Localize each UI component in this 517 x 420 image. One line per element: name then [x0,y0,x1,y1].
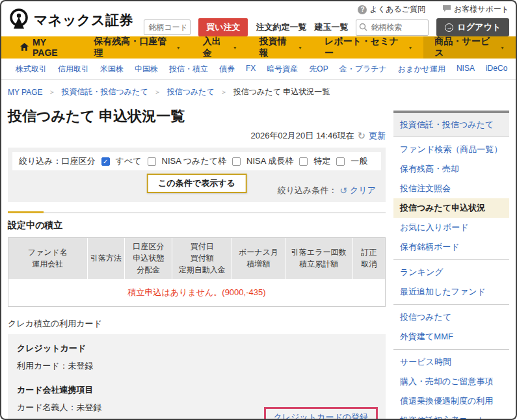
top-header: マネックス証券 ? よくあるご質問 お客様サポート 買い注文 注文約定一覧 [1,1,516,36]
condition-label: 絞り込み条件： [278,185,338,196]
col-error-count: 引落エラー回数 積立累計額 [285,238,353,279]
nav-item-deposit[interactable]: 入出金 ▼ [192,36,248,59]
nav-item-products-services[interactable]: 商品・サービス ▼ [423,36,516,59]
chat-bubble-icon [442,5,451,14]
breadcrumb-separator: ＞ [220,87,228,97]
monex-person-icon [7,7,31,34]
sidebar-item-order-inquiry[interactable]: 投信注文照会 [393,179,509,198]
logout-button[interactable]: → ログアウト [436,18,509,36]
sidebar-item-notes[interactable]: 購入・売却のご留意事項 [393,372,509,391]
product-sub-nav: 株式取引 信用取引 米国株 中国株 投信・積立 債券 FX 暗号資産 先OP 金… [1,59,516,80]
date-row: 2026年02月20日 14:46現在 ↻ 更新 [8,130,386,142]
col-account-type: 口座区分 申込状態 分配金 [125,238,172,279]
filter-actions: この条件で表示する 絞り込み条件： ↺ クリア [12,170,381,198]
checkbox-ippan-label: 一般 [351,155,367,167]
subnav-us-stocks[interactable]: 米国株 [100,64,124,75]
subnav-margin[interactable]: 信用取引 [58,64,89,75]
sidebar-item-mmf[interactable]: 外貨建てMMF [393,327,509,347]
faq-label: よくあるご質問 [369,4,425,15]
register-card-link[interactable]: クレジットカードの登録 [274,412,368,420]
filter-label: 絞り込み：口座区分 [19,155,96,167]
credit-card-heading: クレジットカード [17,343,377,354]
sidebar-item-redemption-program[interactable]: 償還乗換優遇制度の利用 [393,391,509,411]
main-column: 投信つみたて 申込状況一覧 2026年02月20日 14:46現在 ↻ 更新 絞… [8,103,386,420]
subnav-crypto[interactable]: 暗号資産 [267,64,298,75]
logo-text: マネックス証券 [34,11,133,29]
nav-item-mypage[interactable]: MY PAGE [9,36,83,59]
sidebar-item-holdings-board[interactable]: 保有銘柄ボード [393,237,509,257]
faq-link[interactable]: ? よくあるご質問 [358,4,425,15]
checkbox-all[interactable]: ✓ [101,157,110,166]
checkbox-tokutei[interactable]: ✓ [299,157,308,166]
subnav-gold[interactable]: 金・プラチナ [339,64,387,75]
question-icon: ? [358,5,367,14]
subnav-managed[interactable]: おまかせ運用 [398,64,445,75]
col-fund-name: ファンド名 運用会社 [8,238,88,279]
buy-order-button[interactable]: 買い注文 [198,18,248,36]
col-bonus-month: ボーナス月 積増額 [232,238,285,279]
sidebar-item-holdings-sell[interactable]: 保有残高・売却 [393,159,509,179]
sidebar-item-ranking[interactable]: ランキング [393,263,509,282]
nav-label: レポート・セミナー [325,36,404,59]
sidebar-item-tsumitate-status[interactable]: 投信つみたて申込状況 [393,198,509,218]
monex-logo[interactable]: マネックス証券 [7,7,133,34]
search-icon [359,23,367,31]
sidebar-item-favorites-board[interactable]: お気に入りボード [393,218,509,237]
breadcrumb-funds[interactable]: 投資信託・投信つみたて [62,86,148,98]
col-debit-method: 引落方法 [88,238,126,279]
sidebar-item-service-hours[interactable]: サービス時間 [393,352,509,372]
reserve-section-heading: 設定中の積立 [8,220,386,231]
subnav-bonds[interactable]: 債券 [219,64,235,75]
clear-filter-link[interactable]: クリア [350,185,376,196]
checkbox-nisa-growth[interactable]: ✓ [232,157,241,166]
check-icon: ✓ [103,158,108,165]
refresh-icon: ↻ [357,130,365,142]
nav-label: 入出金 [203,36,229,59]
sidebar-group-main: ファンド検索（商品一覧） 保有残高・売却 投信注文照会 投信つみたて申込状況 お… [393,137,509,260]
subnav-futures[interactable]: 先OP [309,64,328,75]
subnav-fx[interactable]: FX [246,64,256,75]
chevron-down-icon: ▼ [500,46,505,50]
subnav-stocks[interactable]: 株式取引 [16,64,47,75]
subnav-china-stocks[interactable]: 中国株 [135,64,158,75]
checkbox-nisa-tsumitate-label: NISA つみたて枠 [162,155,226,167]
main-nav: MY PAGE 保有残高・口座管理 ▼ 入出金 ▼ 投資情報 ▼ レポート・セミ… [1,36,516,59]
breadcrumb-separator: ＞ [49,87,56,97]
sidebar-item-tsumitate[interactable]: 投信つみたて [393,308,509,327]
filter-box: 絞り込み：口座区分 ✓ すべて ✓ NISA つみたて枠 ✓ NISA 成長枠 … [8,148,386,202]
content: 投信つみたて 申込状況一覧 2026年02月20日 14:46現在 ↻ 更新 絞… [1,103,516,420]
condition-row: 絞り込み条件： ↺ クリア [278,185,376,196]
reserve-table-header: ファンド名 運用会社 引落方法 口座区分 申込状態 分配金 買付日 買付額 [8,238,385,279]
breadcrumb-mypage[interactable]: MY PAGE [8,88,43,97]
refresh-link[interactable]: 更新 [369,130,386,142]
breadcrumb-tsumitate[interactable]: 投信つみたて [167,86,215,98]
symbol-code-input[interactable] [144,20,191,35]
header-right: ? よくあるご質問 お客様サポート 買い注文 注文約定一覧 建玉一覧 [144,4,509,36]
order-history-link[interactable]: 注文約定一覧 [256,21,306,33]
chevron-down-icon: ▼ [176,46,181,50]
open-positions-link[interactable]: 建玉一覧 [314,21,348,33]
checkbox-nisa-growth-label: NISA 成長枠 [246,155,293,167]
subnav-ideco[interactable]: iDeCo [486,64,507,75]
breadcrumb-separator: ＞ [154,87,161,97]
sidebar-item-fund-search[interactable]: ファンド検索（商品一覧） [393,140,509,159]
sidebar-title[interactable]: 投資信託・投信つみたて [393,113,509,137]
apply-filter-button[interactable]: この条件で表示する [146,174,247,193]
subnav-funds[interactable]: 投信・積立 [169,64,208,75]
sidebar-item-recent-funds[interactable]: 最近追加したファンド [393,282,509,302]
breadcrumb-current: 投信つみたて 申込状況一覧 [233,86,330,98]
page-title: 投信つみたて 申込状況一覧 [8,107,386,126]
breadcrumb: MY PAGE ＞ 投資信託・投信つみたて ＞ 投信つみたて ＞ 投信つみたて … [1,80,516,103]
sidebar-item-beginners-corner[interactable]: 投資信託初心者コーナー [393,411,509,420]
checkbox-ippan[interactable]: ✓ [336,157,345,166]
nav-label: MY PAGE [33,37,72,58]
nav-item-report-seminar[interactable]: レポート・セミナー ▼ [313,36,424,59]
support-label: お客様サポート [454,4,509,15]
stock-search [356,20,429,36]
support-link[interactable]: お客様サポート [442,4,509,15]
subnav-nisa[interactable]: NISA [457,64,475,75]
nav-item-holdings[interactable]: 保有残高・口座管理 ▼ [83,36,192,59]
checkbox-nisa-tsumitate[interactable]: ✓ [148,157,156,166]
empty-table-message: 積立申込はありません。(9000,-435) [8,279,385,306]
nav-item-market-info[interactable]: 投資情報 ▼ [248,36,313,59]
